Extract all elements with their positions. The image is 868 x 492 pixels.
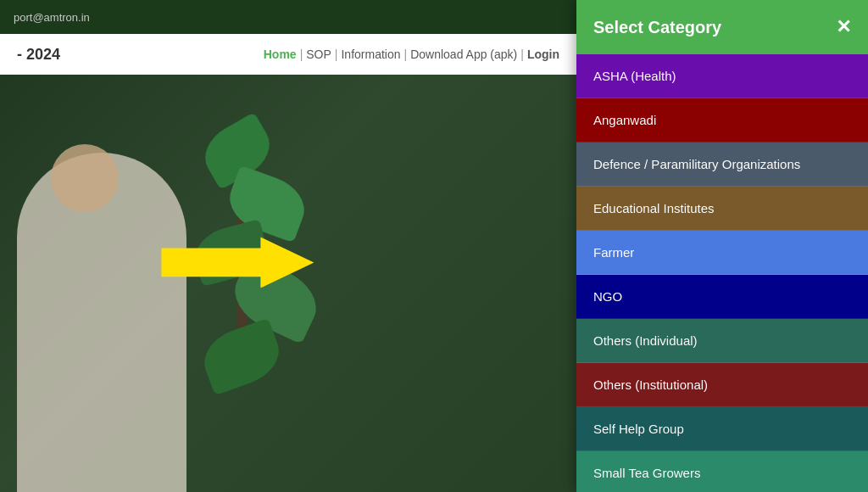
yellow-arrow — [161, 237, 314, 288]
close-button[interactable]: ✕ — [836, 18, 851, 36]
category-item[interactable]: Anganwadi — [576, 98, 868, 143]
hero-area — [0, 75, 576, 492]
background-area: port@amtron.in - 2024 Home | SOP | Infor… — [0, 0, 576, 492]
panel-header: Select Category ✕ — [576, 0, 868, 54]
nav-login-link[interactable]: Login — [527, 48, 559, 61]
category-list: ASHA (Health)AnganwadiDefence / Paramili… — [576, 54, 868, 492]
category-item[interactable]: Farmer — [576, 231, 868, 275]
person-head-1 — [51, 144, 119, 212]
nav-download-link[interactable]: Download App (apk) — [410, 48, 517, 61]
nav-info-link[interactable]: Information — [341, 48, 400, 61]
nav-sep-3: | — [404, 48, 408, 61]
category-item[interactable]: Others (Individual) — [576, 319, 868, 363]
nav-bar: - 2024 Home | SOP | Information | Downlo… — [0, 34, 576, 75]
category-item[interactable]: Others (Institutional) — [576, 363, 868, 407]
email-text: port@amtron.in — [14, 11, 90, 24]
arrow-container — [161, 237, 314, 288]
select-category-panel: Select Category ✕ ASHA (Health)Anganwadi… — [576, 0, 868, 492]
photo-background — [0, 75, 576, 492]
category-item[interactable]: Self Help Group — [576, 407, 868, 451]
nav-home-link[interactable]: Home — [264, 48, 297, 61]
top-bar: port@amtron.in — [0, 0, 576, 34]
nav-sep-1: | — [300, 48, 303, 61]
category-item[interactable]: Small Tea Growers — [576, 451, 868, 492]
nav-links: Home | SOP | Information | Download App … — [264, 48, 559, 61]
nav-sep-2: | — [335, 48, 338, 61]
category-item[interactable]: NGO — [576, 275, 868, 319]
nav-year: - 2024 — [17, 46, 60, 64]
category-item[interactable]: Defence / Paramilitary Organizations — [576, 143, 868, 187]
category-item[interactable]: Educational Institutes — [576, 187, 868, 231]
panel-title: Select Category — [593, 18, 721, 37]
nav-sop-link[interactable]: SOP — [306, 48, 331, 61]
nav-sep-4: | — [520, 48, 524, 61]
category-item[interactable]: ASHA (Health) — [576, 54, 868, 98]
